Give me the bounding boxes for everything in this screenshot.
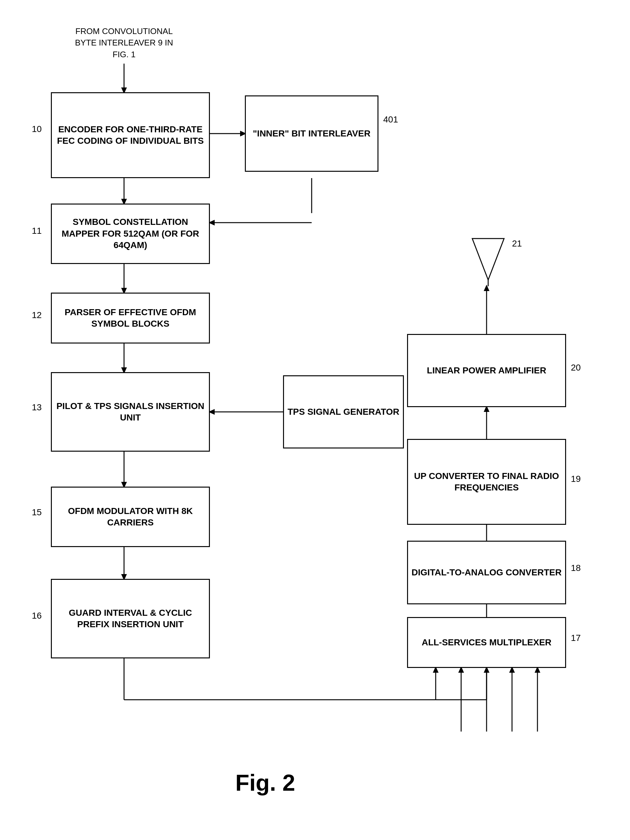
- symbol-mapper-label: SYMBOL CONSTELLATION MAPPER FOR 512QAM (…: [55, 216, 206, 251]
- encoder-label: ENCODER FOR ONE-THIRD-RATE FEC CODING OF…: [55, 124, 206, 147]
- amplifier-ref: 20: [571, 363, 581, 373]
- inner-bit-label: "INNER" BIT INTERLEAVER: [253, 128, 371, 139]
- parser-block: PARSER OF EFFECTIVE OFDM SYMBOL BLOCKS: [51, 293, 210, 344]
- all-services-label: ALL-SERVICES MULTIPLEXER: [422, 637, 551, 648]
- inner-bit-ref: 401: [383, 115, 398, 125]
- guard-block: GUARD INTERVAL & CYCLIC PREFIX INSERTION…: [51, 579, 210, 658]
- pilot-tps-ref: 13: [32, 403, 42, 412]
- figure-caption: Fig. 2: [235, 770, 295, 796]
- up-converter-ref: 19: [571, 474, 581, 484]
- all-services-block: ALL-SERVICES MULTIPLEXER: [407, 617, 566, 668]
- symbol-mapper-block: SYMBOL CONSTELLATION MAPPER FOR 512QAM (…: [51, 204, 210, 264]
- pilot-tps-label: PILOT & TPS SIGNALS INSERTION UNIT: [55, 400, 206, 424]
- amplifier-label: LINEAR POWER AMPLIFIER: [427, 365, 546, 376]
- inner-bit-block: "INNER" BIT INTERLEAVER: [245, 95, 379, 172]
- pilot-tps-block: PILOT & TPS SIGNALS INSERTION UNIT: [51, 372, 210, 452]
- antenna-ref: 21: [512, 238, 522, 249]
- ofdm-mod-block: OFDM MODULATOR WITH 8K CARRIERS: [51, 486, 210, 547]
- tps-gen-label: TPS SIGNAL GENERATOR: [287, 406, 399, 418]
- up-converter-label: UP CONVERTER TO FINAL RADIO FREQUENCIES: [411, 471, 562, 494]
- dac-block: DIGITAL-TO-ANALOG CONVERTER: [407, 541, 566, 604]
- diagram: FROM CONVOLUTIONAL BYTE INTERLEAVER 9 IN…: [0, 0, 630, 840]
- parser-ref: 12: [32, 310, 42, 320]
- tps-gen-block: TPS SIGNAL GENERATOR: [283, 375, 404, 448]
- symbol-mapper-ref: 11: [32, 226, 42, 236]
- ofdm-mod-ref: 15: [32, 507, 42, 518]
- ofdm-mod-label: OFDM MODULATOR WITH 8K CARRIERS: [55, 505, 206, 529]
- up-converter-block: UP CONVERTER TO FINAL RADIO FREQUENCIES: [407, 439, 566, 525]
- encoder-block: ENCODER FOR ONE-THIRD-RATE FEC CODING OF…: [51, 92, 210, 178]
- all-services-ref: 17: [571, 633, 581, 643]
- antenna: [471, 229, 506, 287]
- guard-ref: 16: [32, 611, 42, 621]
- dac-label: DIGITAL-TO-ANALOG CONVERTER: [412, 567, 562, 578]
- amplifier-block: LINEAR POWER AMPLIFIER: [407, 334, 566, 407]
- guard-label: GUARD INTERVAL & CYCLIC PREFIX INSERTION…: [55, 607, 206, 630]
- parser-label: PARSER OF EFFECTIVE OFDM SYMBOL BLOCKS: [55, 306, 206, 330]
- svg-marker-40: [472, 238, 504, 280]
- header-label: FROM CONVOLUTIONAL BYTE INTERLEAVER 9 IN…: [70, 25, 178, 60]
- dac-ref: 18: [571, 563, 581, 573]
- encoder-ref: 10: [32, 124, 42, 134]
